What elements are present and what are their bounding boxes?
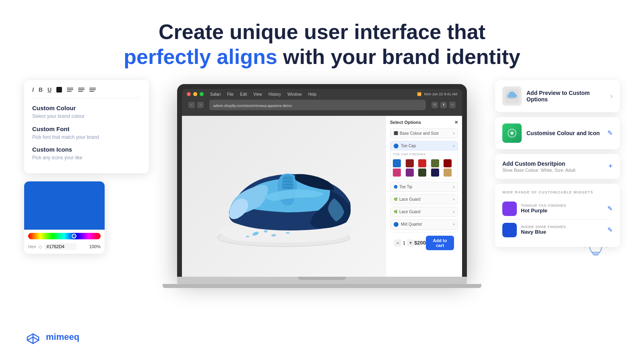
refresh-button[interactable]: ↻ [431, 102, 438, 108]
configurator: Select Options ✕ ⬛ Base Colour and Size … [182, 116, 462, 277]
custom-icons-option: Custom Icons Pick any icons your like [32, 146, 141, 161]
headline-highlight: perfectly aligns [124, 45, 277, 68]
color-preview[interactable] [24, 181, 105, 230]
swatch-10[interactable] [444, 169, 452, 177]
menu-safari[interactable]: Safari [210, 92, 221, 97]
laceguard2-header[interactable]: 🌿 Lace Guard › [390, 207, 458, 216]
select-options-label: Select Options [390, 120, 421, 125]
add-description-row: Add Custom Desritpion Shoe Base Colour: … [502, 160, 613, 173]
laceguard1-label: Lace Guard [399, 197, 420, 202]
address-bar[interactable]: admin.shopify.com/store/mimeeq-appstore-… [209, 100, 426, 110]
swatch-6[interactable] [393, 169, 401, 177]
menu-view[interactable]: View [253, 92, 262, 97]
hex-input[interactable] [44, 243, 76, 250]
tongue-tag-label: TONGUE TAG FINISHES [521, 204, 603, 208]
laceguard1-icon: 🌿 [394, 197, 398, 201]
underline-icon[interactable]: U [47, 86, 52, 93]
color-inputs: Hex ◇ 100% [24, 241, 105, 254]
qty-increase-button[interactable]: + [407, 239, 414, 247]
laptop-wrapper: Safari File Edit View History Window Hel… [177, 84, 467, 288]
align-right-icon[interactable] [89, 88, 96, 92]
logo-area: mimeeq [24, 328, 79, 346]
midquarter-header[interactable]: Mid Quarter › [390, 220, 458, 229]
align-center-icon[interactable] [78, 88, 85, 92]
options-title: Select Options ✕ [390, 120, 458, 125]
traffic-light-yellow[interactable] [193, 92, 197, 96]
swatch-1[interactable] [393, 159, 401, 167]
svg-point-7 [246, 236, 249, 237]
laceguard2-chevron-icon: › [453, 210, 454, 214]
color-icon[interactable] [56, 87, 62, 93]
swatch-3[interactable] [418, 159, 426, 167]
add-preview-chevron-icon[interactable]: › [611, 93, 613, 100]
traffic-light-green[interactable] [200, 92, 204, 96]
swatch-8[interactable] [418, 169, 426, 177]
custom-font-option: Custom Font Pick font that match your br… [32, 125, 141, 141]
back-button[interactable]: ‹ [188, 102, 195, 108]
browser-content: Select Options ✕ ⬛ Base Colour and Size … [182, 116, 462, 277]
shoe-thumb-icon [505, 89, 519, 103]
inside-shoe-label: INSIDE SHOE FINISHES [521, 225, 603, 229]
new-tab-button[interactable]: + [449, 102, 456, 108]
widget-add-description: Add Custom Desritpion Shoe Base Colour: … [495, 154, 620, 179]
options-panel: Select Options ✕ ⬛ Base Colour and Size … [386, 116, 462, 277]
bold-icon[interactable]: B [39, 86, 43, 93]
swatch-5[interactable] [444, 159, 452, 167]
customise-colour-info: Customise Colour and Icon [526, 130, 603, 136]
toecap-header[interactable]: Toe Cap › [390, 141, 458, 151]
add-to-cart-button[interactable]: Add to cart [426, 236, 454, 250]
laceguard1-header[interactable]: 🌿 Lace Guard › [390, 195, 458, 204]
inside-shoe-name: Navy Blue [521, 229, 603, 235]
italic-icon[interactable]: I [32, 86, 34, 93]
qty-control: − 1 + [394, 239, 414, 247]
custom-colour-title: Custom Colour [32, 105, 141, 111]
colour-icon [506, 128, 518, 139]
base-colour-header[interactable]: ⬛ Base Colour and Size › [390, 129, 458, 138]
forward-button[interactable]: › [197, 102, 204, 108]
tongue-tag-thumb [502, 202, 517, 216]
menu-file[interactable]: File [227, 92, 233, 97]
color-spectrum[interactable] [28, 233, 101, 239]
swatch-9[interactable] [431, 169, 439, 177]
share-button[interactable]: ⬆ [440, 102, 447, 108]
swatch-4[interactable] [431, 159, 439, 167]
color-swatches [390, 157, 458, 179]
section-label: WIDE RANGE OF CUSTOMIZABLE WIDGETS [502, 190, 613, 194]
inside-shoe-edit-icon[interactable]: ✎ [607, 226, 613, 234]
browser-top-bar: Safari File Edit View History Window Hel… [187, 92, 457, 97]
customise-colour-thumb [502, 123, 522, 143]
right-panel: Add Preview to Custom Options › Customis… [495, 80, 620, 252]
color-thumb[interactable] [72, 234, 76, 239]
custom-icons-desc: Pick any icons your like [32, 154, 141, 161]
add-description-subtitle: Shoe Base Colour: White, Size: Adult [502, 168, 603, 173]
finish-inside-shoe: INSIDE SHOE FINISHES Navy Blue ✎ [502, 220, 613, 241]
hex-label: Hex [28, 244, 36, 249]
traffic-light-red[interactable] [187, 92, 191, 96]
customise-colour-edit-icon[interactable]: ✎ [607, 129, 613, 137]
svg-line-29 [33, 340, 39, 343]
custom-icons-title: Custom Icons [32, 146, 141, 153]
swatch-7[interactable] [406, 169, 414, 177]
cart-section: − 1 + $200 Add to cart [390, 232, 458, 253]
add-preview-row: Add Preview to Custom Options › [502, 86, 613, 106]
opacity-value: 100% [89, 244, 101, 249]
qty-value: 1 [403, 241, 405, 245]
add-preview-info: Add Preview to Custom Options [526, 90, 606, 103]
swatch-2[interactable] [406, 159, 414, 167]
toetip-header[interactable]: 🔵 Toe Tip › [390, 182, 458, 191]
laptop-notch [298, 277, 346, 280]
align-left-icon[interactable] [67, 88, 73, 92]
laptop-bottom [177, 277, 467, 284]
menu-window[interactable]: Window [287, 92, 302, 97]
shoe-view [182, 116, 386, 277]
qty-decrease-button[interactable]: − [394, 239, 401, 247]
menu-help[interactable]: Help [308, 92, 317, 97]
tongue-tag-edit-icon[interactable]: ✎ [607, 205, 613, 212]
laptop-container: Safari File Edit View History Window Hel… [177, 84, 467, 288]
headline-line1: Create unique user interface that [159, 20, 485, 43]
toetip-chevron-icon: › [453, 185, 454, 189]
menu-history[interactable]: History [268, 92, 281, 97]
add-description-plus-icon[interactable]: + [608, 162, 613, 171]
options-close-icon[interactable]: ✕ [454, 120, 458, 125]
menu-edit[interactable]: Edit [240, 92, 247, 97]
